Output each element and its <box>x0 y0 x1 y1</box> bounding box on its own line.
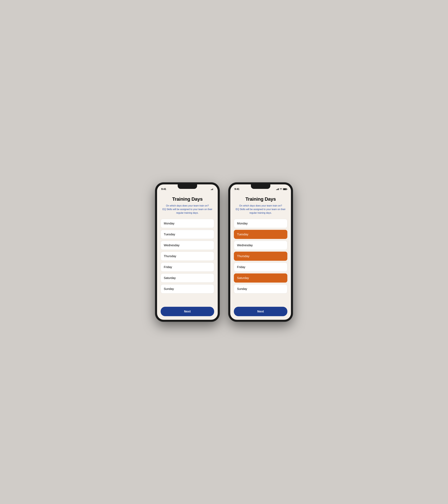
phone-right-screen: 9:41 <box>230 184 291 320</box>
day-monday-left[interactable]: Monday <box>161 219 214 228</box>
wifi-icon-right <box>280 188 282 190</box>
day-wednesday-right[interactable]: Wednesday <box>234 241 287 250</box>
day-wednesday-left[interactable]: Wednesday <box>161 241 214 250</box>
battery-icon-right <box>283 188 287 190</box>
day-friday-left[interactable]: Friday <box>161 263 214 272</box>
status-icons-right <box>276 188 287 190</box>
screen-content-right: Training Days On which days does your te… <box>230 192 291 320</box>
phone-right: 9:41 <box>229 183 293 322</box>
page-subtitle-left: On which days does your team train on?EQ… <box>161 204 214 215</box>
day-saturday-left[interactable]: Saturday <box>161 273 214 283</box>
day-monday-right[interactable]: Monday <box>234 219 287 228</box>
day-thursday-left[interactable]: Thursday <box>161 252 214 261</box>
phone-left-screen: 9:41 Training Days On which days does yo… <box>157 184 218 320</box>
signal-icon-left <box>211 188 214 190</box>
page-title-right: Training Days <box>234 196 287 202</box>
screen-content-left: Training Days On which days does your te… <box>157 192 218 320</box>
next-button-right[interactable]: Next <box>234 307 287 316</box>
phone-left: 9:41 Training Days On which days does yo… <box>155 183 219 322</box>
day-tuesday-left[interactable]: Tuesday <box>161 230 214 239</box>
status-bar-right: 9:41 <box>230 184 291 192</box>
day-friday-right[interactable]: Friday <box>234 263 287 272</box>
scene: 9:41 Training Days On which days does yo… <box>155 183 293 322</box>
next-button-left[interactable]: Next <box>161 307 214 316</box>
status-bar-left: 9:41 <box>157 184 218 192</box>
days-list-left: Monday Tuesday Wednesday Thursday Friday… <box>161 219 214 293</box>
page-subtitle-right: On which days does your team train on?EQ… <box>234 204 287 215</box>
day-sunday-right[interactable]: Sunday <box>234 284 287 293</box>
days-list-right: Monday Tuesday Wednesday Thursday Friday… <box>234 219 287 293</box>
status-icons-left <box>211 188 214 190</box>
day-tuesday-right[interactable]: Tuesday <box>234 230 287 239</box>
status-time-right: 9:41 <box>234 188 239 191</box>
day-sunday-left[interactable]: Sunday <box>161 284 214 293</box>
status-time-left: 9:41 <box>161 188 166 191</box>
day-thursday-right[interactable]: Thursday <box>234 252 287 261</box>
page-title-left: Training Days <box>161 196 214 202</box>
signal-icon-right <box>276 188 279 190</box>
day-saturday-right[interactable]: Saturday <box>234 273 287 283</box>
